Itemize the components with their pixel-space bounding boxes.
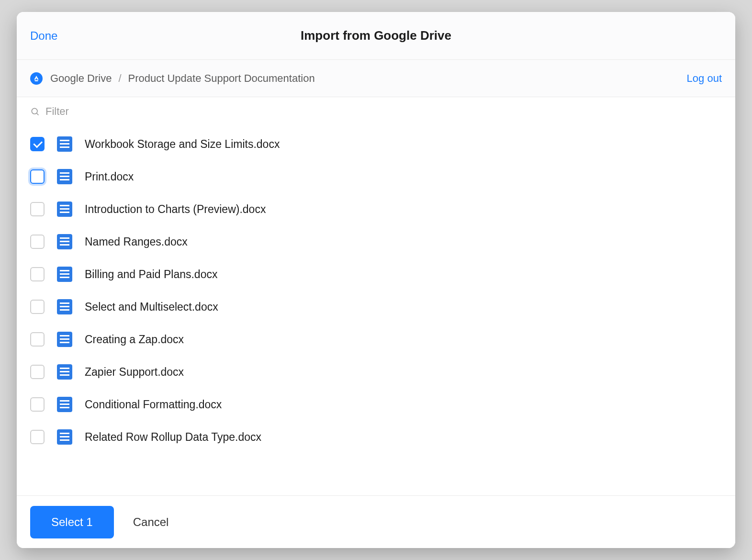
file-row[interactable]: Zapier Support.docx [17, 356, 735, 388]
file-row[interactable]: Billing and Paid Plans.docx [17, 258, 735, 291]
file-list[interactable]: Workbook Storage and Size Limits.docxPri… [17, 126, 735, 495]
search-icon [30, 107, 40, 116]
google-drive-icon [30, 72, 43, 85]
file-checkbox[interactable] [30, 202, 45, 216]
file-name: Conditional Formatting.docx [85, 398, 222, 411]
file-name: Billing and Paid Plans.docx [85, 268, 217, 281]
file-checkbox[interactable] [30, 169, 45, 184]
file-checkbox[interactable] [30, 235, 45, 249]
breadcrumb-separator: / [118, 72, 121, 85]
document-icon [57, 364, 72, 380]
document-icon [57, 332, 72, 347]
file-checkbox[interactable] [30, 430, 45, 444]
file-row[interactable]: Print.docx [17, 160, 735, 193]
filter-input[interactable] [45, 105, 722, 118]
file-row[interactable]: Workbook Storage and Size Limits.docx [17, 128, 735, 160]
file-checkbox[interactable] [30, 137, 45, 151]
file-row[interactable]: Select and Multiselect.docx [17, 291, 735, 323]
document-icon [57, 234, 72, 249]
file-row[interactable]: Conditional Formatting.docx [17, 388, 735, 421]
file-checkbox[interactable] [30, 332, 45, 347]
breadcrumb-bar: Google Drive / Product Update Support Do… [17, 60, 735, 97]
file-checkbox[interactable] [30, 365, 45, 379]
breadcrumb-root[interactable]: Google Drive [50, 72, 112, 85]
logout-link[interactable]: Log out [687, 72, 722, 85]
document-icon [57, 136, 72, 152]
modal-title: Import from Google Drive [301, 28, 451, 43]
svg-line-1 [37, 113, 39, 115]
done-button[interactable]: Done [30, 29, 57, 43]
file-name: Print.docx [85, 170, 134, 183]
document-icon [57, 169, 72, 184]
document-icon [57, 202, 72, 217]
file-row[interactable]: Named Ranges.docx [17, 225, 735, 258]
document-icon [57, 397, 72, 412]
document-icon [57, 429, 72, 445]
file-checkbox[interactable] [30, 397, 45, 412]
file-checkbox[interactable] [30, 300, 45, 314]
file-name: Named Ranges.docx [85, 235, 188, 248]
file-name: Creating a Zap.docx [85, 333, 184, 346]
file-name: Zapier Support.docx [85, 366, 184, 379]
import-modal: Done Import from Google Drive Google Dri… [17, 12, 735, 548]
document-icon [57, 267, 72, 282]
file-row[interactable]: Introduction to Charts (Preview).docx [17, 193, 735, 225]
file-name: Workbook Storage and Size Limits.docx [85, 138, 280, 151]
svg-point-0 [32, 108, 37, 114]
file-name: Introduction to Charts (Preview).docx [85, 203, 266, 216]
cancel-button[interactable]: Cancel [133, 515, 169, 529]
file-name: Related Row Rollup Data Type.docx [85, 431, 261, 444]
filter-bar [17, 97, 735, 126]
file-row[interactable]: Creating a Zap.docx [17, 323, 735, 356]
modal-footer: Select 1 Cancel [17, 495, 735, 548]
breadcrumb-current: Product Update Support Documentation [128, 72, 315, 85]
select-button[interactable]: Select 1 [30, 506, 114, 538]
document-icon [57, 299, 72, 314]
file-name: Select and Multiselect.docx [85, 301, 218, 314]
file-row[interactable]: Related Row Rollup Data Type.docx [17, 421, 735, 453]
file-checkbox[interactable] [30, 267, 45, 281]
modal-header: Done Import from Google Drive [17, 12, 735, 60]
